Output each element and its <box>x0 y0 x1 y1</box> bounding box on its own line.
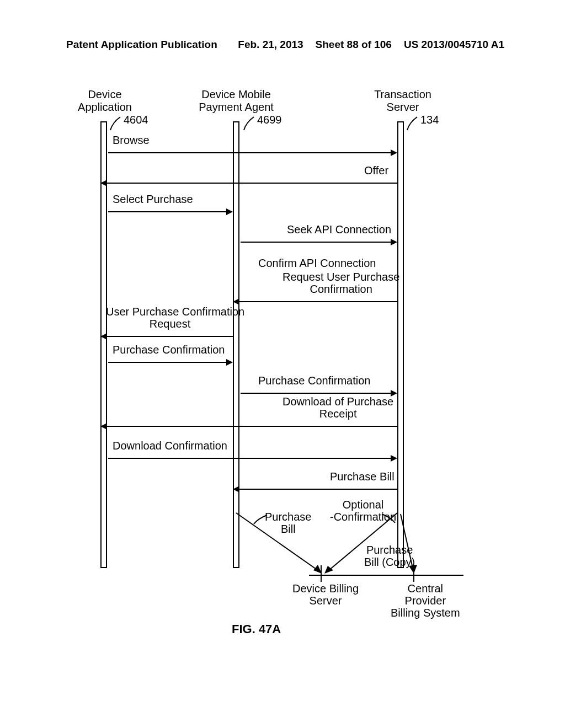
svg-marker-19 <box>391 455 397 462</box>
svg-marker-9 <box>233 298 239 305</box>
arrow-right-icon <box>108 453 397 463</box>
ref-mark-icon <box>405 115 419 131</box>
ref-mark-icon <box>108 115 122 131</box>
header-sheet: Sheet 88 of 106 <box>316 39 392 51</box>
svg-line-29 <box>401 514 413 568</box>
message-purchase-confirmation-2: Purchase Confirmation <box>258 374 370 387</box>
node-device-billing-server: Device Billing Server <box>292 582 359 607</box>
page-header: Patent Application Publication Feb. 21, … <box>0 39 565 51</box>
message-offer: Offer <box>364 164 388 176</box>
arrow-left-icon <box>100 421 397 431</box>
message-request-user-confirmation: Request User Purchase Confirmation <box>282 271 399 296</box>
arrow-right-icon <box>108 357 233 367</box>
svg-marker-21 <box>233 486 239 493</box>
header-date: Feb. 21, 2013 <box>238 39 303 51</box>
message-user-purchase-conf-request: User Purchase Confirmation Request <box>106 306 234 330</box>
lifeline-transaction-server <box>397 121 404 568</box>
arrow-right-icon <box>108 207 233 217</box>
message-purchase-confirmation-1: Purchase Confirmation <box>113 344 225 356</box>
message-download-confirmation: Download Confirmation <box>113 440 227 452</box>
sequence-diagram: Device Application Device Mobile Payment… <box>66 83 502 651</box>
svg-marker-3 <box>100 180 107 186</box>
lifeline-label-device-application: Device Application <box>66 88 143 114</box>
message-browse: Browse <box>113 134 150 146</box>
lifeline-label-transaction-server: Transaction Server <box>359 88 447 114</box>
arrow-diag-icon <box>236 513 324 581</box>
message-select-purchase: Select Purchase <box>113 193 193 205</box>
header-pubno: US 2013/0045710 A1 <box>404 39 504 51</box>
svg-marker-26 <box>313 565 322 574</box>
message-confirm-api: Confirm API Connection <box>258 257 376 269</box>
svg-marker-13 <box>226 359 233 366</box>
svg-marker-1 <box>391 149 397 156</box>
svg-marker-11 <box>100 333 107 340</box>
arrow-right-icon <box>241 237 397 247</box>
arrow-left-icon <box>100 331 233 341</box>
figure-label: FIG. 47A <box>232 622 281 636</box>
node-central-provider-billing-system: Central Provider Billing System <box>391 582 460 619</box>
message-download-receipt: Download of Purchase Receipt <box>282 395 393 420</box>
ref-134: 134 <box>420 114 439 126</box>
arrow-left-icon <box>100 178 397 188</box>
svg-marker-5 <box>226 208 233 215</box>
svg-marker-17 <box>100 423 107 430</box>
message-seek-api: Seek API Connection <box>287 223 391 235</box>
ref-4699: 4699 <box>257 114 282 126</box>
svg-marker-30 <box>409 565 417 574</box>
lifeline-label-payment-agent: Device Mobile Payment Agent <box>186 88 286 114</box>
leader-line-icon <box>381 513 397 526</box>
lifeline-device-application <box>100 121 107 568</box>
arrow-diag-icon <box>401 514 423 577</box>
leader-line-icon <box>253 514 269 527</box>
svg-marker-7 <box>391 239 397 245</box>
header-title: Patent Application Publication <box>66 39 217 51</box>
arrow-left-icon <box>233 297 397 307</box>
ref-4604: 4604 <box>124 114 148 126</box>
arrow-left-icon <box>233 484 397 494</box>
lifeline-payment-agent <box>233 121 239 568</box>
arrow-right-icon <box>108 148 397 158</box>
message-purchase-bill: Purchase Bill <box>330 470 395 483</box>
svg-line-25 <box>236 513 318 570</box>
ref-mark-icon <box>242 115 256 131</box>
